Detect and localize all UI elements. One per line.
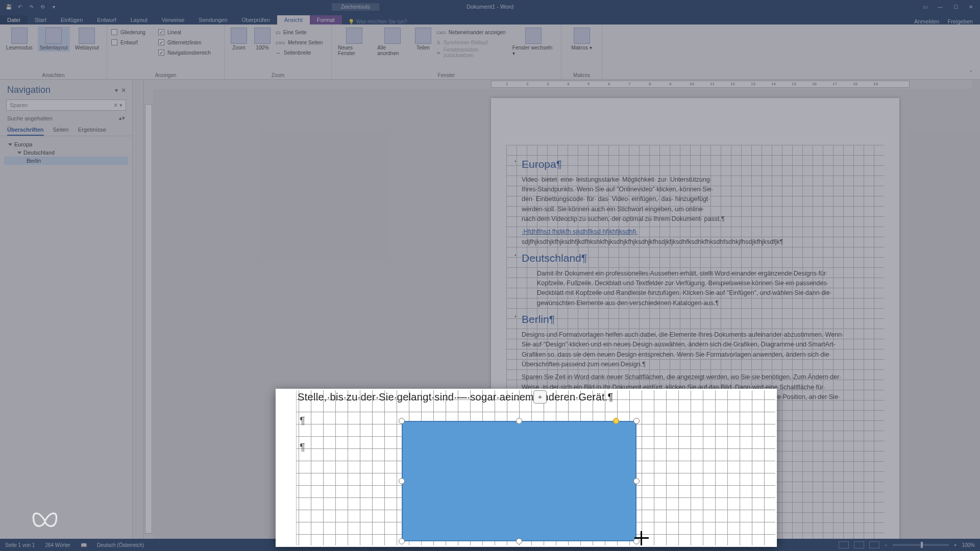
gridlines-check[interactable]: ✓Gitternetzlinien xyxy=(158,38,211,47)
resize-handle-s[interactable] xyxy=(516,538,522,544)
drawn-rectangle-shape[interactable] xyxy=(402,421,636,541)
navpane-close-icon[interactable]: ✕ xyxy=(121,87,126,94)
ruler-tick: 3 xyxy=(547,82,549,86)
resize-handle-sw[interactable] xyxy=(399,538,405,544)
read-mode-button[interactable]: Lesemodus xyxy=(4,27,35,52)
zoom-out-icon[interactable]: − xyxy=(885,542,888,548)
close-icon[interactable]: ✕ xyxy=(964,2,978,12)
collapse-ribbon-icon[interactable]: ˄ xyxy=(970,70,977,77)
new-window-button[interactable]: Neues Fenster xyxy=(336,27,372,57)
ruler-tick: 18 xyxy=(853,82,857,86)
tell-me-input[interactable]: 💡Was möchten Sie tun? xyxy=(348,19,407,24)
layout-options-icon[interactable]: ⌖ xyxy=(533,390,547,404)
view-print-icon[interactable] xyxy=(854,541,864,548)
nav-tab-results[interactable]: Ergebnisse xyxy=(78,124,106,136)
tree-node-europa[interactable]: Europa xyxy=(4,140,128,148)
navpane-check[interactable]: ✓Navigationsbereich xyxy=(158,48,211,57)
zoom-button[interactable]: Zoom xyxy=(229,27,249,57)
page-width-button[interactable]: ↔ Seitenbreite xyxy=(276,48,323,57)
navigation-pane: Navigation ▾✕ Sparen ✕ ▾ Suche angehalte… xyxy=(0,80,133,539)
tab-file[interactable]: Datei xyxy=(0,15,28,24)
tab-format[interactable]: Format xyxy=(310,15,342,24)
tab-design[interactable]: Entwurf xyxy=(90,15,123,24)
save-icon[interactable]: 💾 xyxy=(5,3,12,10)
nav-search-clear-icon[interactable]: ✕ xyxy=(113,102,118,108)
side-by-side-label: Nebeneinander anzeigen xyxy=(449,30,506,35)
resize-handle-n[interactable] xyxy=(516,418,522,424)
maximize-icon[interactable]: ☐ xyxy=(948,2,963,12)
navpane-title: Navigation xyxy=(7,85,51,95)
tree-node-berlin[interactable]: Berlin xyxy=(4,157,128,165)
ribbon-tabstrip: Datei Start Einfügen Entwurf Layout Verw… xyxy=(0,13,980,24)
zoom-in-icon[interactable]: + xyxy=(954,542,957,548)
horizontal-ruler[interactable]: 12345678910111213141516171819 xyxy=(144,80,972,89)
resize-handle-ne[interactable] xyxy=(633,418,640,424)
macros-label: Makros ▾ xyxy=(571,45,592,51)
undo-icon[interactable]: ↶ xyxy=(16,3,23,10)
tree-node-deutschland[interactable]: Deutschland xyxy=(4,148,128,157)
ruler-tick: 6 xyxy=(608,82,610,86)
tab-mailings[interactable]: Sendungen xyxy=(191,15,234,24)
resize-handle-w[interactable] xyxy=(399,478,405,484)
vertical-ruler[interactable] xyxy=(144,89,153,539)
arrange-all-button[interactable]: Alle anordnen xyxy=(375,27,410,57)
zoom-value[interactable]: 100% xyxy=(962,542,975,548)
share-button[interactable]: Freigeben xyxy=(947,18,973,24)
multi-page-button[interactable]: ▭▭ Mehrere Seiten xyxy=(276,38,323,47)
reset-pos-button: ⬌ Fensterposition zurücksetzen xyxy=(436,48,507,57)
group-macros-label: Makros xyxy=(566,72,598,78)
tab-view[interactable]: Ansicht xyxy=(277,15,310,24)
status-page[interactable]: Seite 1 von 1 xyxy=(5,542,35,548)
heading-europa: Europa¶ xyxy=(522,156,869,173)
status-spellcheck-icon[interactable]: 📖 xyxy=(81,542,87,548)
view-read-icon[interactable] xyxy=(839,541,849,548)
tab-insert[interactable]: Einfügen xyxy=(54,15,90,24)
resize-handle-nw[interactable] xyxy=(399,418,405,424)
zoom100-label: 100% xyxy=(256,45,269,51)
nav-search-input[interactable]: Sparen ✕ ▾ xyxy=(6,99,126,111)
rotate-handle[interactable] xyxy=(613,418,619,424)
web-layout-button[interactable]: Weblayout xyxy=(73,27,101,52)
macros-button[interactable]: Makros ▾ xyxy=(566,27,598,52)
switch-windows-button[interactable]: Fenster wechseln ▾ xyxy=(510,27,557,57)
split-label: Teilen xyxy=(416,45,430,51)
tab-start[interactable]: Start xyxy=(28,15,54,24)
view-web-icon[interactable] xyxy=(869,541,879,548)
redo-icon[interactable]: ↷ xyxy=(28,3,35,10)
status-words[interactable]: 264 Wörter xyxy=(45,542,70,548)
status-language[interactable]: Deutsch (Österreich) xyxy=(97,542,144,548)
split-button[interactable]: Teilen xyxy=(413,27,433,57)
read-mode-label: Lesemodus xyxy=(6,45,33,51)
expand-icon[interactable] xyxy=(17,152,21,154)
side-by-side-button[interactable]: ▭▭ Nebeneinander anzeigen xyxy=(436,28,507,37)
heading-deutschland: Deutschland¶ xyxy=(522,250,869,267)
ruler-tick: 9 xyxy=(669,82,671,86)
resize-handle-e[interactable] xyxy=(633,478,640,484)
nav-search-dropdown-icon[interactable]: ▾ xyxy=(119,102,122,108)
ruler-tick: 16 xyxy=(812,82,817,86)
tab-references[interactable]: Verweise xyxy=(155,15,192,24)
navpane-dropdown-icon[interactable]: ▾ xyxy=(115,87,118,94)
expand-icon[interactable] xyxy=(8,143,12,146)
tree-label: Europa xyxy=(14,141,32,147)
magnified-text: Stelle,·bis·zu·der·Sie·gelangt·sind·—·so… xyxy=(298,391,614,403)
group-views-label: Ansichten xyxy=(4,72,103,78)
minimize-icon[interactable]: — xyxy=(933,2,947,12)
nav-tab-pages[interactable]: Seiten xyxy=(53,124,69,136)
one-page-button[interactable]: ▭ Eine Seite xyxy=(276,28,323,37)
sign-in-link[interactable]: Anmelden xyxy=(914,18,940,24)
tab-review[interactable]: Überprüfen xyxy=(235,15,277,24)
text-cursor-icon: 〉 xyxy=(276,419,283,434)
print-layout-button[interactable]: Seitenlayout xyxy=(38,27,70,52)
ruler-check[interactable]: ✓Lineal xyxy=(158,28,211,37)
nav-tab-headings[interactable]: Überschriften xyxy=(7,124,44,136)
nav-next-icon[interactable]: ▾ xyxy=(122,115,125,121)
qat-more-icon[interactable]: ▾ xyxy=(50,3,57,10)
zoom-slider[interactable] xyxy=(893,544,949,546)
ribbon-options-icon[interactable]: ▭ xyxy=(918,2,932,12)
window-title: Dokument1 - Word xyxy=(467,4,513,10)
touch-icon[interactable]: ⟲ xyxy=(39,3,46,10)
tab-layout[interactable]: Layout xyxy=(124,15,155,24)
hyperlink-text[interactable]: ·Hfdhflhsd·fhdjkfh·sjkdhflksd·hfjkhfjksd… xyxy=(522,228,638,235)
zoom100-button[interactable]: 100% xyxy=(252,27,273,57)
